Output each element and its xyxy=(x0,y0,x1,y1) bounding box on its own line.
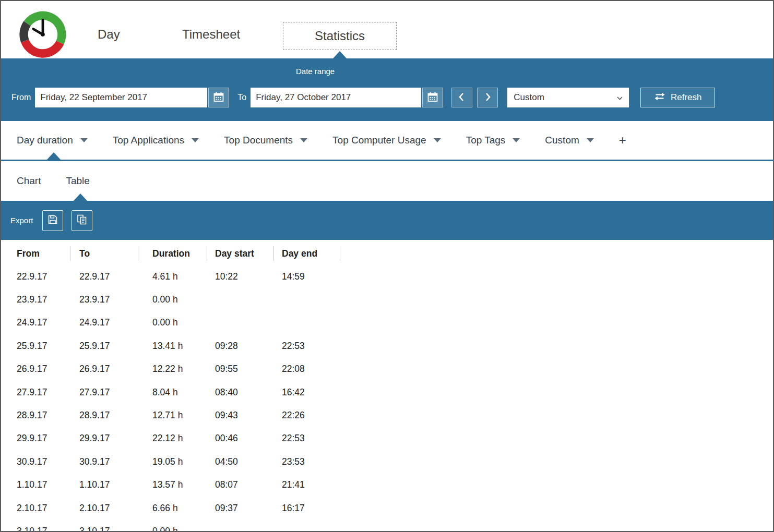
date-range-title: Date range xyxy=(296,67,335,76)
table-row[interactable]: 29.9.1729.9.1722.12 h00:4622:53 xyxy=(1,427,773,450)
selected-view-tab-pointer xyxy=(74,194,87,201)
next-range-button[interactable] xyxy=(477,88,498,107)
tab-statistics-label: Statistics xyxy=(315,29,365,43)
date-range-controls: From To xyxy=(11,88,768,107)
table-cell: 22.9.17 xyxy=(1,271,70,282)
selected-stat-tab-pointer xyxy=(47,152,61,160)
table-cell: 22:53 xyxy=(274,341,340,352)
stat-tab-top-tags[interactable]: Top Tags xyxy=(466,135,520,146)
table-cell: 21:41 xyxy=(274,479,340,490)
table-cell: 8.04 h xyxy=(138,387,207,398)
stat-tab-label: Day duration xyxy=(17,135,73,146)
stat-tab-top-computer-usage[interactable]: Top Computer Usage xyxy=(332,135,441,146)
export-copy-button[interactable] xyxy=(72,210,92,231)
from-calendar-button[interactable] xyxy=(208,88,229,107)
table-cell: 1.10.17 xyxy=(1,479,70,490)
table-cell: 09:43 xyxy=(207,410,274,421)
table-row[interactable]: 24.9.1724.9.170.00 h xyxy=(1,311,773,334)
table-cell: 22:08 xyxy=(274,364,340,374)
to-calendar-button[interactable] xyxy=(422,88,443,107)
table-row[interactable]: 1.10.171.10.1713.57 h08:0721:41 xyxy=(1,474,773,497)
stat-tab-label: Custom xyxy=(545,135,579,146)
table-cell: 22:26 xyxy=(274,410,340,421)
stat-tab-top-documents[interactable]: Top Documents xyxy=(224,135,307,146)
refresh-icon xyxy=(654,91,665,105)
table-cell: 08:40 xyxy=(207,387,274,398)
tab-statistics[interactable]: Statistics xyxy=(283,22,397,50)
statistics-tab-strip: Day duration Top Applications Top Docume… xyxy=(1,121,773,161)
tab-table[interactable]: Table xyxy=(66,175,89,187)
table-cell: 23.9.17 xyxy=(70,294,138,305)
table-cell: 30.9.17 xyxy=(70,456,138,467)
table-row[interactable]: 25.9.1725.9.1713.41 h09:2822:53 xyxy=(1,334,773,357)
table-row[interactable]: 30.9.1730.9.1719.05 h04:5023:53 xyxy=(1,450,773,473)
stat-tab-custom[interactable]: Custom xyxy=(545,135,593,146)
chevron-left-icon xyxy=(456,91,468,104)
table-row[interactable]: 22.9.1722.9.174.61 h10:2214:59 xyxy=(1,265,773,288)
view-tab-strip: Chart Table xyxy=(1,161,773,201)
calendar-icon xyxy=(213,91,224,104)
day-duration-table: From To Duration Day start Day end 22.9.… xyxy=(1,244,773,532)
table-cell: 3.10.17 xyxy=(70,526,138,532)
chevron-down-icon xyxy=(434,138,441,142)
table-cell: 16:17 xyxy=(274,503,340,514)
table-cell: 09:37 xyxy=(207,503,274,514)
export-save-button[interactable] xyxy=(42,210,63,231)
column-header-to[interactable]: To xyxy=(70,246,138,261)
table-cell: 22:53 xyxy=(274,433,340,444)
table-cell: 12.22 h xyxy=(138,364,207,374)
refresh-button[interactable]: Refresh xyxy=(640,88,715,107)
table-row[interactable]: 3.10.173.10.170.00 h xyxy=(1,519,773,532)
stat-tab-top-applications[interactable]: Top Applications xyxy=(113,135,199,146)
to-date-input[interactable] xyxy=(251,88,421,107)
table-cell: 16:42 xyxy=(274,387,340,398)
table-cell: 24.9.17 xyxy=(70,317,138,328)
chevron-down-icon xyxy=(192,138,199,142)
chevron-down-icon xyxy=(513,138,520,142)
column-header-day-end[interactable]: Day end xyxy=(274,246,340,261)
table-row[interactable]: 27.9.1727.9.178.04 h08:4016:42 xyxy=(1,381,773,404)
to-label: To xyxy=(237,93,246,102)
table-cell: 19.05 h xyxy=(138,456,207,467)
export-bar: Export xyxy=(1,201,773,240)
calendar-icon xyxy=(427,91,438,104)
refresh-button-label: Refresh xyxy=(671,92,702,103)
range-preset-select[interactable]: Custom xyxy=(507,88,629,107)
previous-range-button[interactable] xyxy=(451,88,472,107)
tab-day[interactable]: Day xyxy=(98,27,120,42)
date-range-bar: Date range From xyxy=(1,58,773,121)
chevron-right-icon xyxy=(482,91,493,104)
table-cell: 10:22 xyxy=(207,271,274,282)
chevron-down-icon xyxy=(587,138,594,142)
table-cell: 29.9.17 xyxy=(1,433,70,444)
table-row[interactable]: 2.10.172.10.176.66 h09:3716:17 xyxy=(1,497,773,519)
stat-tab-label: Top Documents xyxy=(224,135,293,146)
column-header-duration[interactable]: Duration xyxy=(138,246,207,261)
table-cell: 24.9.17 xyxy=(1,317,70,328)
column-header-day-start[interactable]: Day start xyxy=(207,246,274,261)
tab-timesheet[interactable]: Timesheet xyxy=(182,27,240,42)
from-date-input[interactable] xyxy=(35,88,207,107)
table-cell: 08:07 xyxy=(207,479,274,490)
save-icon xyxy=(47,214,58,227)
table-cell: 25.9.17 xyxy=(70,341,138,352)
column-header-from[interactable]: From xyxy=(1,246,70,261)
table-cell: 12.71 h xyxy=(138,410,207,421)
table-cell: 25.9.17 xyxy=(1,341,70,352)
chevron-down-icon xyxy=(300,138,307,142)
chevron-down-icon xyxy=(617,92,623,103)
tab-chart[interactable]: Chart xyxy=(17,175,41,187)
time-tracker-window: Day Timesheet Statistics Date range From xyxy=(0,0,774,532)
stat-tab-day-duration[interactable]: Day duration xyxy=(17,135,88,146)
stat-tab-label: Top Computer Usage xyxy=(332,135,426,146)
table-cell: 30.9.17 xyxy=(1,456,70,467)
add-stat-tab-button[interactable]: + xyxy=(619,133,626,148)
range-preset-value: Custom xyxy=(514,92,544,103)
table-header-row: From To Duration Day start Day end xyxy=(1,244,773,263)
table-row[interactable]: 23.9.1723.9.170.00 h xyxy=(1,288,773,311)
table-cell: 0.00 h xyxy=(138,526,207,532)
table-row[interactable]: 28.9.1728.9.1712.71 h09:4322:26 xyxy=(1,404,773,427)
table-cell: 2.10.17 xyxy=(70,503,138,514)
table-cell: 2.10.17 xyxy=(1,503,70,514)
table-row[interactable]: 26.9.1726.9.1712.22 h09:5522:08 xyxy=(1,358,773,381)
